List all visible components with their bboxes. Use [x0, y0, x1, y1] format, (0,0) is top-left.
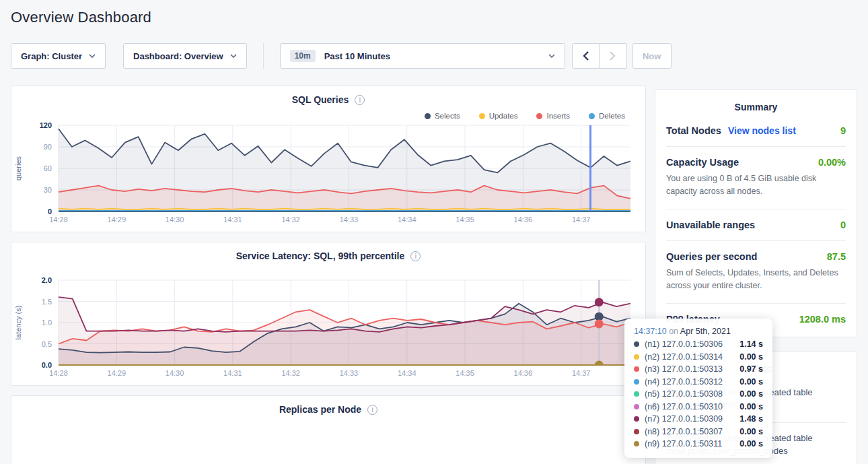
- svg-text:0.5: 0.5: [42, 340, 52, 348]
- sql-queries-chart[interactable]: 14:2814:2914:3014:3114:3214:3314:3414:35…: [11, 120, 645, 226]
- node-label: (n5) 127.0.0.1:50308: [645, 389, 723, 399]
- latency-chart-card: Service Latency: SQL, 99th percentile i …: [11, 242, 646, 386]
- tooltip-rows: (n1) 127.0.0.1:503061.14 s(n2) 127.0.0.1…: [634, 339, 763, 449]
- tooltip-node-row: (n5) 127.0.0.1:503080.00 s: [634, 389, 763, 399]
- tooltip-node-row: (n3) 127.0.0.1:503130.97 s: [634, 364, 763, 374]
- chart-title-row: Replicas per Node i: [11, 404, 645, 415]
- legend-item[interactable]: Selects: [425, 112, 460, 120]
- summary-value: 1208.0 ms: [799, 314, 846, 325]
- svg-text:14:32: 14:32: [281, 216, 300, 224]
- chevron-left-icon: [583, 51, 589, 61]
- toolbar-divider: [263, 43, 264, 69]
- tooltip-node-row: (n2) 127.0.0.1:503140.00 s: [634, 352, 763, 362]
- chevron-right-icon: [610, 51, 616, 61]
- svg-text:14:34: 14:34: [398, 216, 417, 224]
- legend-label: Selects: [435, 112, 460, 120]
- graph-selector-label: Graph: Cluster: [21, 51, 82, 61]
- legend-dot-icon: [479, 113, 485, 119]
- node-latency-value: 0.00 s: [739, 427, 763, 436]
- summary-label: Total Nodes: [666, 125, 721, 136]
- chart-title-row: Service Latency: SQL, 99th percentile i: [11, 251, 645, 261]
- graph-selector-dropdown[interactable]: Graph: Cluster: [11, 43, 106, 69]
- legend-dot-icon: [589, 113, 595, 119]
- svg-text:14:35: 14:35: [456, 369, 474, 377]
- tooltip-node-row: (n4) 127.0.0.1:503120.00 s: [634, 377, 763, 387]
- sql-queries-chart-title: SQL Queries: [292, 94, 349, 105]
- chevron-down-icon: [230, 54, 237, 58]
- time-range-selector[interactable]: 10m Past 10 Minutes: [280, 43, 565, 69]
- svg-text:14:33: 14:33: [340, 216, 359, 224]
- svg-text:1.5: 1.5: [42, 298, 52, 306]
- summary-row-unavailable-ranges: Unavailable ranges 0: [666, 209, 846, 230]
- node-label: (n1) 127.0.0.1:50306: [645, 339, 723, 349]
- node-latency-value: 0.00 s: [739, 377, 763, 387]
- legend-item[interactable]: Updates: [479, 112, 518, 120]
- time-range-badge: 10m: [290, 50, 316, 62]
- info-icon[interactable]: i: [355, 95, 365, 105]
- view-nodes-list-link[interactable]: View nodes list: [728, 125, 796, 136]
- svg-text:2.0: 2.0: [42, 276, 52, 284]
- svg-text:14:28: 14:28: [49, 369, 68, 377]
- node-label: (n8) 127.0.0.1:50307: [645, 427, 723, 436]
- svg-text:14:30: 14:30: [166, 216, 184, 224]
- info-icon[interactable]: i: [367, 405, 377, 415]
- tooltip-connector: on: [669, 327, 678, 336]
- summary-value: 9: [840, 125, 846, 136]
- node-dot-icon: [634, 354, 639, 360]
- info-icon[interactable]: i: [410, 251, 421, 261]
- tooltip-node-row: (n8) 127.0.0.1:503070.00 s: [634, 427, 763, 436]
- node-latency-value: 0.97 s: [739, 364, 763, 374]
- svg-text:queries: queries: [14, 156, 22, 180]
- node-dot-icon: [634, 366, 639, 372]
- tooltip-node-row: (n1) 127.0.0.1:503061.14 s: [634, 339, 763, 349]
- svg-text:30: 30: [44, 186, 52, 194]
- overview-dashboard-page: Overview Dashboard Graph: Cluster Dashbo…: [0, 0, 868, 464]
- node-dot-icon: [634, 341, 639, 347]
- summary-title: Summary: [666, 90, 846, 115]
- svg-text:14:30: 14:30: [166, 369, 184, 377]
- node-dot-icon: [634, 429, 639, 434]
- summary-value: 87.5: [827, 251, 846, 262]
- svg-text:14:35: 14:35: [456, 216, 474, 224]
- toolbar: Graph: Cluster Dashboard: Overview 10m P…: [11, 43, 857, 69]
- node-label: (n4) 127.0.0.1:50312: [645, 377, 723, 387]
- svg-text:14:34: 14:34: [398, 369, 417, 377]
- legend-dot-icon: [536, 113, 542, 119]
- dashboard-selector-dropdown[interactable]: Dashboard: Overview: [123, 43, 247, 69]
- legend-label: Deletes: [599, 112, 625, 120]
- latency-chart-title: Service Latency: SQL, 99th percentile: [236, 251, 405, 261]
- prev-time-window-button[interactable]: [572, 43, 600, 69]
- dashboard-selector-label: Dashboard: Overview: [133, 51, 223, 61]
- latency-chart[interactable]: 14:2814:2914:3014:3114:3214:3314:3414:35…: [11, 275, 645, 380]
- svg-text:14:31: 14:31: [223, 216, 242, 224]
- summary-label: Capacity Usage: [666, 157, 739, 168]
- summary-value: 0.00%: [818, 157, 846, 168]
- sql-legend: SelectsUpdatesInsertsDeletes: [11, 105, 645, 120]
- tooltip-node-row: (n6) 127.0.0.1:503100.00 s: [634, 402, 763, 411]
- summary-label: Queries per second: [666, 251, 757, 262]
- node-dot-icon: [634, 391, 639, 397]
- node-latency-value: 1.14 s: [739, 339, 763, 349]
- svg-text:0: 0: [48, 207, 52, 216]
- svg-text:14:36: 14:36: [514, 369, 533, 377]
- node-latency-value: 1.48 s: [739, 414, 763, 424]
- node-latency-value: 0.00 s: [739, 439, 763, 449]
- node-latency-value: 0.00 s: [739, 389, 763, 399]
- charts-column: SQL Queries i SelectsUpdatesInsertsDelet…: [11, 86, 646, 464]
- svg-text:0.0: 0.0: [42, 361, 52, 369]
- next-time-window-button[interactable]: [600, 43, 627, 69]
- legend-item[interactable]: Deletes: [589, 112, 625, 120]
- tooltip-timestamp: 14:37:10 on Apr 5th, 2021: [634, 327, 763, 336]
- node-dot-icon: [634, 416, 639, 422]
- summary-panel: Summary Total Nodes View nodes list 9 Ca…: [655, 89, 857, 337]
- svg-text:120: 120: [40, 121, 52, 129]
- svg-text:14:37: 14:37: [572, 369, 591, 377]
- svg-text:14:33: 14:33: [340, 369, 359, 377]
- legend-item[interactable]: Inserts: [536, 112, 570, 120]
- summary-row-capacity: Capacity Usage 0.00%: [666, 147, 846, 168]
- time-range-label: Past 10 Minutes: [324, 51, 390, 61]
- svg-text:14:36: 14:36: [514, 216, 533, 224]
- summary-row-total-nodes: Total Nodes View nodes list 9: [666, 115, 846, 136]
- tooltip-time: 14:37:10: [634, 327, 667, 336]
- now-button[interactable]: Now: [632, 43, 672, 69]
